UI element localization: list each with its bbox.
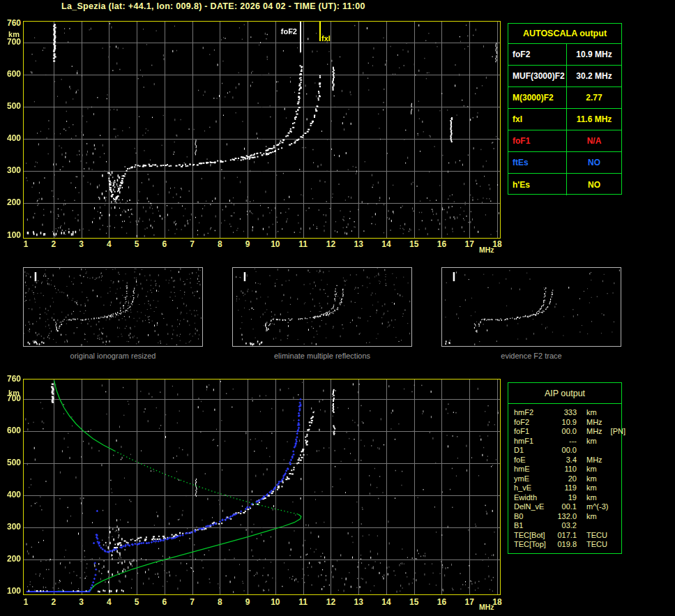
x-tick-label: 11 bbox=[293, 598, 314, 607]
bottom-y-unit-label: km bbox=[4, 389, 20, 397]
x-tick-label: 6 bbox=[154, 240, 175, 249]
aip-row-label: Ewidth bbox=[514, 493, 553, 503]
x-tick-label: 11 bbox=[293, 240, 314, 249]
x-tick-label: 12 bbox=[320, 598, 341, 607]
aip-row-label: B0 bbox=[514, 512, 553, 522]
aip-row: hmE110km bbox=[514, 465, 621, 474]
aip-row-value: 110 bbox=[553, 465, 577, 474]
aip-table-header: AIP output bbox=[508, 383, 621, 404]
autoscala-row: foF1N/A bbox=[508, 130, 621, 152]
top-ionogram-canvas bbox=[24, 22, 500, 238]
aip-row: h_vE119km bbox=[514, 483, 621, 493]
x-tick-label: 9 bbox=[237, 598, 258, 607]
x-tick-label: 6 bbox=[154, 598, 175, 607]
x-tick-label: 15 bbox=[404, 598, 425, 607]
y-tick-label: 500 bbox=[1, 458, 21, 467]
aip-row: TEC[Top]019.8TECU bbox=[514, 540, 621, 550]
x-tick-label: 15 bbox=[404, 240, 425, 249]
autoscala-row-value: 11.6 MHz bbox=[567, 109, 621, 130]
aip-row-unit: km bbox=[586, 408, 597, 418]
x-tick-label: 14 bbox=[376, 240, 397, 249]
y-tick-label: 700 bbox=[1, 38, 21, 47]
aip-row-value: 00.0 bbox=[553, 427, 577, 437]
y-tick-label: 200 bbox=[1, 198, 21, 207]
x-tick-label: 5 bbox=[126, 598, 147, 607]
x-tick-label: 16 bbox=[431, 598, 452, 607]
aip-row: TEC[Bot]017.1TECU bbox=[514, 531, 621, 541]
aip-row-value: 03.2 bbox=[553, 521, 577, 531]
x-tick-label: 3 bbox=[71, 240, 92, 249]
bottom-ionogram-canvas bbox=[24, 380, 500, 594]
x-tick-label: 2 bbox=[43, 598, 64, 607]
y-tick-label: 200 bbox=[1, 555, 21, 564]
y-tick-label: 100 bbox=[1, 231, 21, 240]
aip-row-value: --- bbox=[553, 437, 577, 446]
aip-row-unit: TECU bbox=[586, 540, 607, 550]
aip-row-unit: MHz bbox=[586, 456, 602, 465]
y-tick-label: 500 bbox=[1, 102, 21, 111]
autoscala-row: MUF(3000)F230.2 MHz bbox=[508, 66, 621, 87]
aip-row: hmF1---km bbox=[514, 437, 621, 446]
x-tick-label: 17 bbox=[459, 598, 480, 607]
aip-row-unit: km bbox=[586, 483, 597, 493]
autoscala-window: La_Spezia (lat: +44.1, lon: 009.8) - DAT… bbox=[0, 0, 675, 616]
aip-row-label: hmE bbox=[514, 465, 553, 474]
thumbnail-original-ionogram bbox=[23, 267, 203, 347]
aip-row-value: 017.1 bbox=[553, 531, 577, 541]
x-tick-label: 1 bbox=[15, 240, 36, 249]
x-tick-label: 1 bbox=[15, 598, 36, 607]
top-y-unit-label: km bbox=[4, 30, 20, 38]
x-tick-label: 2 bbox=[43, 240, 64, 249]
autoscala-row-value: NO bbox=[567, 152, 621, 173]
autoscala-row-value: N/A bbox=[567, 130, 621, 151]
aip-row: D100.0 bbox=[514, 446, 621, 456]
x-tick-label: 3 bbox=[71, 598, 92, 607]
y-tick-label: 600 bbox=[1, 70, 21, 79]
aip-row-label: TEC[Top] bbox=[514, 540, 553, 550]
autoscala-table-rows: foF210.9 MHzMUF(3000)F230.2 MHzM(3000)F2… bbox=[508, 44, 621, 195]
fof2-marker-line bbox=[300, 22, 301, 52]
x-tick-label: 7 bbox=[182, 598, 203, 607]
aip-row: foE3.4MHz bbox=[514, 456, 621, 465]
aip-row-value: 19 bbox=[553, 493, 577, 503]
bottom-x-unit-label: MHz bbox=[479, 603, 494, 611]
x-tick-label: 16 bbox=[431, 240, 452, 249]
aip-table-rows: hmF2333kmfoF210.9MHzfoF100.0MHz[PN]hmF1-… bbox=[508, 404, 621, 550]
y-tick-label: 300 bbox=[1, 523, 21, 532]
aip-row-extra: [PN] bbox=[611, 427, 625, 437]
aip-row-unit: km bbox=[586, 493, 597, 503]
aip-row-unit: MHz bbox=[586, 427, 602, 437]
aip-row-label: hmF1 bbox=[514, 437, 553, 446]
aip-row-label: h_vE bbox=[514, 483, 553, 493]
aip-row: hmF2333km bbox=[514, 408, 621, 418]
thumbnail-f2-trace bbox=[441, 267, 621, 347]
x-tick-label: 4 bbox=[98, 240, 119, 249]
autoscala-output-table: AUTOSCALA output foF210.9 MHzMUF(3000)F2… bbox=[508, 23, 622, 195]
autoscala-row-label: ftEs bbox=[508, 152, 567, 173]
fof2-marker-label: foF2 bbox=[275, 27, 297, 36]
thumbnail-eliminate-reflections bbox=[232, 267, 412, 347]
aip-row-unit: km bbox=[586, 512, 597, 522]
autoscala-row-label: foF2 bbox=[508, 44, 567, 65]
aip-row-value: 3.4 bbox=[553, 456, 577, 465]
aip-row-unit: MHz bbox=[586, 418, 602, 428]
autoscala-row: foF210.9 MHz bbox=[508, 44, 621, 66]
aip-row-label: B1 bbox=[514, 521, 553, 531]
fxi-marker-line bbox=[319, 22, 321, 41]
x-tick-label: 13 bbox=[348, 598, 369, 607]
x-tick-label: 13 bbox=[348, 240, 369, 249]
aip-row: B103.2 bbox=[514, 521, 621, 531]
y-tick-label: 760 bbox=[1, 375, 21, 384]
aip-row-value: 132.0 bbox=[553, 512, 577, 522]
autoscala-row-value: 30.2 MHz bbox=[567, 66, 621, 87]
thumbnail-caption-original: original ionogram resized bbox=[23, 352, 203, 360]
aip-row: ymE20km bbox=[514, 474, 621, 484]
autoscala-row-label: h'Es bbox=[508, 174, 567, 195]
station-title: La_Spezia (lat: +44.1, lon: 009.8) - DAT… bbox=[61, 1, 365, 11]
aip-row-unit: km bbox=[586, 474, 597, 484]
aip-row: B0132.0km bbox=[514, 512, 621, 522]
aip-row-label: ymE bbox=[514, 474, 553, 484]
thumbnail-caption-eliminate: eliminate multiple reflections bbox=[232, 352, 412, 360]
aip-row-unit: m^(-3) bbox=[586, 502, 608, 512]
autoscala-row-label: MUF(3000)F2 bbox=[508, 66, 567, 87]
